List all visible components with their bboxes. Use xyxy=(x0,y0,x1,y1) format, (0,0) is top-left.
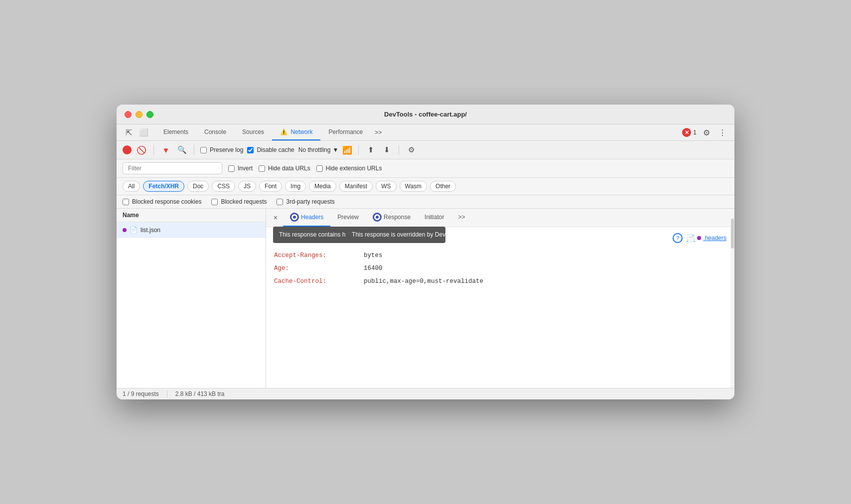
disable-cache-checkbox-label[interactable]: Disable cache xyxy=(247,146,294,153)
stop-recording-btn[interactable] xyxy=(123,145,132,154)
type-btn-media[interactable]: Media xyxy=(309,181,336,192)
search-icon[interactable]: 🔍 xyxy=(176,144,188,156)
type-btn-all[interactable]: All xyxy=(123,181,140,192)
blocked-cookies-label[interactable]: Blocked response cookies xyxy=(123,198,201,205)
preserve-log-checkbox[interactable] xyxy=(200,147,207,153)
header-key-age: Age: xyxy=(274,265,364,272)
hide-data-urls-checkbox[interactable] xyxy=(259,165,265,172)
type-btn-fetch-xhr[interactable]: Fetch/XHR xyxy=(143,181,184,192)
type-btn-ws[interactable]: WS xyxy=(376,181,396,192)
type-btn-js[interactable]: JS xyxy=(238,181,256,192)
type-btn-css[interactable]: CSS xyxy=(212,181,235,192)
gear-icon[interactable]: ⚙ xyxy=(405,144,417,156)
tab-network[interactable]: ⚠️ Network xyxy=(272,125,320,140)
import-icon[interactable]: ⬆ xyxy=(365,144,377,156)
network-warning-icon: ⚠️ xyxy=(280,128,287,135)
transfer-size: 2.8 kB / 413 kB tra xyxy=(175,390,225,397)
tab-preview[interactable]: Preview xyxy=(330,210,366,226)
panel-content: ▼ Response Headers ? 📄 .headers Accept-R… xyxy=(266,227,734,388)
header-value-accept-ranges: bytes xyxy=(364,252,726,259)
invert-checkbox[interactable] xyxy=(228,165,235,172)
help-icon[interactable]: ? xyxy=(673,233,683,243)
type-btn-other[interactable]: Other xyxy=(430,181,456,192)
type-filters-bar: All Fetch/XHR Doc CSS JS Font Img Media … xyxy=(117,178,734,195)
tab-initiator[interactable]: Initiator xyxy=(418,210,451,226)
blocked-cookies-checkbox[interactable] xyxy=(123,199,129,205)
tab-console[interactable]: Console xyxy=(196,125,234,140)
devtools-window: DevTools - coffee-cart.app/ ⇱ ⬜ Elements… xyxy=(117,105,734,399)
headers-purple-dot xyxy=(697,236,701,240)
headers-override-dot xyxy=(290,213,299,222)
blocked-options-bar: Blocked response cookies Blocked request… xyxy=(117,195,734,209)
scrollbar-thumb xyxy=(731,219,734,249)
separator4 xyxy=(399,145,399,155)
header-row-cache-control: Cache-Control: public,max-age=0,must-rev… xyxy=(274,275,726,288)
tab-elements[interactable]: Elements xyxy=(155,125,196,140)
list-item[interactable]: 📄 list.json xyxy=(117,222,266,238)
hide-data-urls-checkbox-label[interactable]: Hide data URLs xyxy=(259,165,310,172)
throttle-dropdown[interactable]: No throttling ▼ xyxy=(298,146,339,153)
title-bar: DevTools - coffee-cart.app/ xyxy=(117,105,734,125)
separator3 xyxy=(358,145,359,155)
separator2 xyxy=(194,145,194,155)
status-bar: 1 / 9 requests 2.8 kB / 413 kB tra xyxy=(117,388,734,399)
disable-cache-checkbox[interactable] xyxy=(247,147,254,153)
filter-icon[interactable]: ▼ xyxy=(160,144,172,156)
request-count: 1 / 9 requests xyxy=(123,390,159,397)
network-toolbar: 🚫 ▼ 🔍 Preserve log Disable cache No thro… xyxy=(117,141,734,159)
hide-extension-urls-checkbox[interactable] xyxy=(316,165,323,172)
maximize-traffic-light[interactable] xyxy=(146,111,153,118)
scrollbar[interactable] xyxy=(730,209,734,388)
header-value-cache-control: public,max-age=0,must-revalidate xyxy=(364,278,726,285)
throttle-arrow: ▼ xyxy=(332,146,338,153)
hide-extension-urls-checkbox-label[interactable]: Hide extension URLs xyxy=(316,165,382,172)
export-icon[interactable]: ⬇ xyxy=(381,144,393,156)
section-title: Response Headers xyxy=(284,235,342,242)
close-panel-btn[interactable]: × xyxy=(270,212,281,223)
tab-sources[interactable]: Sources xyxy=(234,125,272,140)
type-btn-doc[interactable]: Doc xyxy=(187,181,209,192)
section-arrow-icon: ▼ xyxy=(274,235,280,241)
minimize-traffic-light[interactable] xyxy=(136,111,142,118)
preserve-log-checkbox-label[interactable]: Preserve log xyxy=(200,146,243,153)
type-btn-img[interactable]: Img xyxy=(285,181,306,192)
header-row-accept-ranges: Accept-Ranges: bytes xyxy=(274,249,726,262)
header-key-accept-ranges: Accept-Ranges: xyxy=(274,252,364,259)
cursor-icon[interactable]: ⇱ xyxy=(123,126,135,138)
more-options-icon[interactable]: ⋮ xyxy=(716,126,728,138)
filter-input[interactable] xyxy=(123,162,222,174)
clear-btn[interactable]: 🚫 xyxy=(136,144,147,156)
response-override-dot xyxy=(373,213,382,222)
separator xyxy=(153,145,154,155)
panel-tab-more-btn[interactable]: >> xyxy=(451,210,472,226)
status-separator xyxy=(167,390,167,397)
third-party-label[interactable]: 3rd-party requests xyxy=(277,198,334,205)
panel-tabs: × Headers This response contains headers… xyxy=(266,209,734,227)
right-panel: × Headers This response contains headers… xyxy=(266,209,734,388)
response-headers-section: ▼ Response Headers ? 📄 .headers xyxy=(274,233,726,243)
error-close-icon[interactable]: ✕ xyxy=(682,128,691,137)
file-icon: 📄 xyxy=(130,226,138,234)
close-traffic-light[interactable] xyxy=(125,111,132,118)
header-key-cache-control: Cache-Control: xyxy=(274,278,364,285)
headers-file-link[interactable]: 📄 .headers xyxy=(687,234,726,242)
tab-headers[interactable]: Headers This response contains headers w… xyxy=(283,209,330,227)
third-party-checkbox[interactable] xyxy=(277,199,283,205)
type-btn-font[interactable]: Font xyxy=(259,181,282,192)
type-btn-wasm[interactable]: Wasm xyxy=(400,181,427,192)
network-settings: 📶 xyxy=(342,145,352,155)
name-panel: Name 📄 list.json xyxy=(117,209,266,388)
invert-checkbox-label[interactable]: Invert xyxy=(228,165,253,172)
tab-response[interactable]: Response This response is overridden by … xyxy=(366,209,418,227)
error-count: 1 xyxy=(693,129,697,136)
device-icon[interactable]: ⬜ xyxy=(138,126,149,138)
tab-performance[interactable]: Performance xyxy=(320,125,371,140)
blocked-requests-checkbox[interactable] xyxy=(211,199,218,205)
traffic-lights xyxy=(125,111,153,118)
type-btn-manifest[interactable]: Manifest xyxy=(339,181,373,192)
settings-icon[interactable]: ⚙ xyxy=(701,126,712,138)
main-content: Name 📄 list.json × Headers This response… xyxy=(117,209,734,388)
blocked-requests-label[interactable]: Blocked requests xyxy=(211,198,267,205)
wifi-icon: 📶 xyxy=(342,145,352,155)
tab-more-btn[interactable]: >> xyxy=(371,125,386,140)
